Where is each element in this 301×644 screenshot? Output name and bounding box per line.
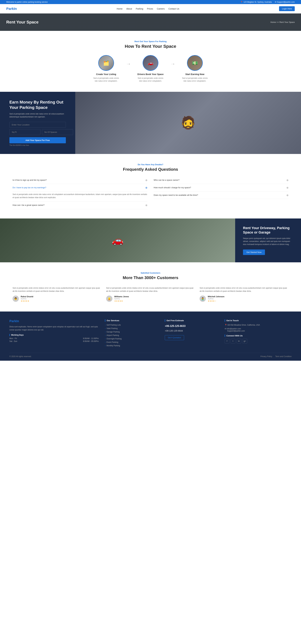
location-input[interactable] xyxy=(10,122,66,128)
faq-item-1[interactable]: Do i have to pay tax on my earnings? ⊕ xyxy=(13,184,147,192)
testimonial-1-stars: ★★★★★ xyxy=(114,300,129,302)
footer-service-4[interactable]: Overnight Parking xyxy=(105,338,158,340)
earn-form: Add Your Space For Free xyxy=(10,122,66,143)
top-bar-support: ✉ Support@parkin.com xyxy=(275,1,295,3)
footer-service-3[interactable]: Airport Parking xyxy=(105,334,158,336)
footer-estimate-col: Get Free Estimate +06-125-125-6633 +06-1… xyxy=(165,319,218,348)
nav-home[interactable]: Home xyxy=(117,8,122,10)
quotation-button[interactable]: Get A Quotation xyxy=(165,335,184,340)
footer-copyright: © 2020 All rights reserved. xyxy=(10,355,32,358)
footer-service-5[interactable]: Event Parking xyxy=(105,341,158,343)
get-in-touch-title: Get In Touch xyxy=(225,319,291,322)
googleplus-icon[interactable]: g+ xyxy=(242,339,247,344)
nav-prices[interactable]: Prices xyxy=(147,8,153,10)
earn-section: Earn Money By Renting Out Your Parking S… xyxy=(0,92,301,154)
sqft-input[interactable] xyxy=(10,129,41,135)
step-3: 3 💵 Start Earning Now Sed ut perspiciati… xyxy=(181,55,209,82)
faq-grid: Is it free to sign up and list my space?… xyxy=(13,176,288,209)
faq-left-col: Is it free to sign up and list my space?… xyxy=(13,176,147,209)
nav-about[interactable]: About xyxy=(126,8,132,10)
faq-section: Do You Have Any Doubts? Frequently Asked… xyxy=(0,154,301,218)
testimonials-grid: Sed ut perspiciatis unde omnis istatus e… xyxy=(13,286,288,302)
earn-desc: Sed ut perspiciatis unde omnis iste natu… xyxy=(10,112,66,118)
footer-service-6[interactable]: Monthly Parking xyxy=(105,344,158,347)
footer-desc: Dicta sunt explicabo. Nemo enim ipsam vo… xyxy=(10,325,99,332)
working-days-row-0: Mon - Fri 8:00AM - 11:00Pm xyxy=(10,337,99,340)
connect-title: Connect With Us xyxy=(225,334,291,337)
testimonial-2-stars: ★★★★☆ xyxy=(208,300,224,302)
testimonial-0-stars: ★★★★★ xyxy=(21,300,33,302)
twitter-icon[interactable]: t xyxy=(231,339,235,344)
login-button[interactable]: Login Here xyxy=(279,6,295,11)
footer-estimate-title: Get Free Estimate xyxy=(165,319,218,322)
footer-terms-link[interactable]: Term and Condition xyxy=(275,355,291,358)
testimonial-0-text: Sed ut perspiciatis unde omnis istatus e… xyxy=(13,286,101,293)
email-icon: ✉ xyxy=(275,1,276,3)
testimonial-2-text: Sed ut perspiciatis unde omnis istatus e… xyxy=(200,286,288,293)
faq-right-col: Who can be a space owner? ⊕ How much sho… xyxy=(154,176,288,209)
footer: ParkIn Dicta sunt explicabo. Nemo enim i… xyxy=(0,312,301,361)
footer-privacy-link[interactable]: Privacy Policy xyxy=(260,355,272,358)
step-3-title: Start Earning Now xyxy=(181,73,209,76)
faq-item-r2[interactable]: Does my space need to be available all t… xyxy=(154,192,288,199)
footer-address: 📍 824 Bd Meadow Drive, California, USA xyxy=(225,324,291,326)
faq-answer-1: Sed ut perspiciatis unde omnis iste natu… xyxy=(13,192,147,202)
how-to-rent-subtitle: Rent Out Your Space For Parking xyxy=(13,40,288,42)
nav-careers[interactable]: Careers xyxy=(157,8,165,10)
how-to-rent-section: Rent Out Your Space For Parking How To R… xyxy=(0,31,301,92)
facebook-icon[interactable]: f xyxy=(225,339,229,344)
footer-services-list: Self Parking Lots Valet Parking Garage P… xyxy=(105,324,158,347)
customers-section: Satisfied Customers More Than 3000+ Cust… xyxy=(0,262,301,312)
logo: ParkIn xyxy=(6,7,17,11)
customers-subtitle: Satisfied Customers xyxy=(13,272,288,274)
step-2-circle: 2 🚗 xyxy=(143,55,158,71)
testimonial-1-text: Sed ut perspiciatis unde omnis istatus e… xyxy=(106,286,195,293)
nav-contact[interactable]: Contact Us xyxy=(168,8,179,10)
social-icons: f t in g+ xyxy=(225,339,291,344)
how-to-rent-title: How To Rent Your Space xyxy=(13,44,288,49)
faq-expand-icon-1: ⊕ xyxy=(145,186,147,189)
top-bar-right: 📍 123 Megbee St, Sydney, Australia ✉ Sup… xyxy=(240,1,295,3)
add-space-button[interactable]: Add Your Space For Free xyxy=(10,137,66,143)
location-icon: 📍 xyxy=(240,1,243,3)
nav-parking[interactable]: Parking xyxy=(136,8,143,10)
footer-emails: ✉ Info@parkin.com Support@parkin.com xyxy=(225,328,291,332)
testimonial-0-name: Rahul Dravid xyxy=(21,296,33,298)
linkedin-icon[interactable]: in xyxy=(236,339,241,344)
testimonial-1: Sed ut perspiciatis unde omnis istatus e… xyxy=(106,286,195,302)
testimonial-0-city: Sydney xyxy=(21,298,33,300)
navbar: ParkIn Home About Parking Prices Careers… xyxy=(0,4,301,14)
earn-left: Earn Money By Renting Out Your Parking S… xyxy=(0,92,75,154)
faq-item-0[interactable]: Is it free to sign up and list my space?… xyxy=(13,176,147,184)
spaces-input[interactable] xyxy=(42,129,73,135)
footer-service-0[interactable]: Self Parking Lots xyxy=(105,324,158,326)
faq-item-4[interactable]: How can i be a great space owner? ⊕ xyxy=(13,202,147,209)
footer-service-2[interactable]: Garage Parking xyxy=(105,331,158,333)
faq-item-r1[interactable]: How much should i charge for my space? ⊕ xyxy=(154,184,288,192)
driveway-title: Rent Your Driveway, Parking Space or Gar… xyxy=(243,226,293,235)
earn-right: 🧔 xyxy=(75,92,301,154)
faq-expand-icon-r1: ⊕ xyxy=(286,186,288,189)
footer-services-title: Our Services xyxy=(105,319,158,322)
driveway-parking-image: 🚗 xyxy=(0,218,235,262)
driveway-desc: Neque porro quisquam est, qui dolorem ip… xyxy=(243,237,293,246)
working-days: Working Days Mon - Fri 8:00AM - 11:00Pm … xyxy=(10,334,99,342)
footer-contact-col: Get In Touch 📍 824 Bd Meadow Drive, Cali… xyxy=(225,319,291,348)
faq-item-r0[interactable]: Who can be a space owner? ⊕ xyxy=(154,176,288,184)
earn-driver-image: 🧔 xyxy=(75,92,301,154)
footer-phone-2: +06-135-135-6644 xyxy=(165,329,218,333)
footer-service-1[interactable]: Valet Parking xyxy=(105,327,158,330)
earn-form-row xyxy=(10,129,66,135)
top-bar: Welcome to parkin online parking booking… xyxy=(0,0,301,4)
footer-logo: ParkIn xyxy=(10,319,99,323)
steps-container: 1 🗂️ Create Your Listing Sed ut perspici… xyxy=(13,55,288,82)
get-started-button[interactable]: Get Started Now xyxy=(243,250,265,255)
step-1-desc: Sed ut perspiciatis unde omnis iste natu… xyxy=(92,77,120,82)
customers-title: More Than 3000+ Customers xyxy=(13,275,288,280)
testimonial-2-avatar: 👨‍🦱 xyxy=(200,296,206,302)
email-icon: ✉ xyxy=(225,328,226,330)
footer-phone-1: +06-125-125-6633 xyxy=(165,324,218,328)
step-2-title: Drivers Book Your Space xyxy=(136,73,165,76)
hero-banner: Rent Your Space Home >> Rent Your Space xyxy=(0,14,301,31)
faq-expand-icon-0: ⊕ xyxy=(145,179,147,182)
